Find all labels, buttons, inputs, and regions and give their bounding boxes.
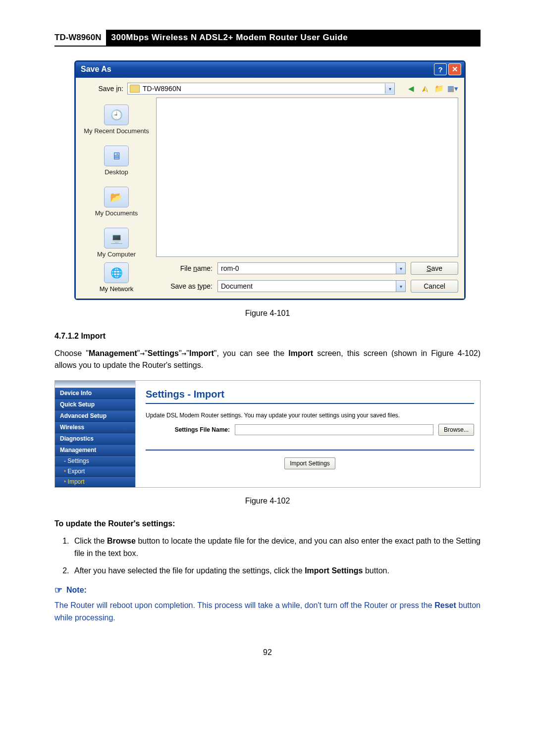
recent-icon: 🕘 bbox=[104, 104, 129, 125]
place-mydocs[interactable]: 📂 My Documents bbox=[95, 187, 138, 217]
save-in-label: Save in: bbox=[82, 85, 123, 93]
save-in-combo[interactable]: TD-W8960N ▾ bbox=[127, 83, 395, 95]
save-type-combo[interactable]: Document ▾ bbox=[217, 280, 406, 292]
router-main: Settings - Import Update DSL Modem Route… bbox=[136, 381, 480, 487]
settings-file-input[interactable] bbox=[235, 424, 433, 435]
router-heading: Settings - Import bbox=[146, 389, 474, 400]
desktop-icon: 🖥 bbox=[104, 146, 129, 166]
section-heading: 4.7.1.2 Import bbox=[54, 332, 481, 341]
pointing-hand-icon: ☞ bbox=[54, 585, 62, 596]
intro-paragraph: Choose "Management"→"Settings"→"Import",… bbox=[54, 348, 481, 371]
sidebar-item-advanced-setup[interactable]: Advanced Setup bbox=[55, 410, 135, 422]
folder-icon bbox=[130, 85, 140, 93]
router-description: Update DSL Modem Router settings. You ma… bbox=[146, 412, 474, 419]
file-name-value: rom-0 bbox=[218, 263, 396, 274]
save-type-label: Save as type: bbox=[158, 282, 213, 290]
browse-button[interactable]: Browse... bbox=[438, 424, 474, 436]
chevron-down-icon[interactable]: ▾ bbox=[396, 263, 405, 274]
place-mynetwork[interactable]: 🌐 My Network bbox=[80, 262, 153, 293]
figure-caption-2: Figure 4-102 bbox=[54, 497, 481, 505]
page-number: 92 bbox=[54, 648, 481, 657]
close-icon[interactable]: ✕ bbox=[448, 63, 461, 75]
sidebar-item-quick-setup[interactable]: Quick Setup bbox=[55, 399, 135, 410]
sidebar-item-wireless[interactable]: Wireless bbox=[55, 422, 135, 433]
place-recent[interactable]: 🕘 My Recent Documents bbox=[84, 104, 149, 135]
sidebar-item-diagnostics[interactable]: Diagnostics bbox=[55, 433, 135, 445]
save-type-value: Document bbox=[218, 281, 396, 292]
sidebar-sub-settings[interactable]: - Settings bbox=[55, 456, 135, 466]
place-recent-label: My Recent Documents bbox=[84, 127, 149, 135]
steps-list: Click the Browse button to locate the up… bbox=[54, 535, 481, 577]
figure-caption-1: Figure 4-101 bbox=[54, 309, 481, 318]
places-bar: 🕘 My Recent Documents 🖥 Desktop 📂 My Doc… bbox=[76, 98, 156, 260]
step-2: After you have selected the file for upd… bbox=[71, 565, 481, 577]
back-icon[interactable]: ◀ bbox=[406, 83, 417, 94]
file-list-area[interactable] bbox=[156, 98, 458, 257]
place-desktop[interactable]: 🖥 Desktop bbox=[104, 146, 129, 176]
computer-icon: 💻 bbox=[104, 228, 129, 249]
settings-file-label: Settings File Name: bbox=[146, 426, 230, 433]
documents-icon: 📂 bbox=[104, 187, 129, 207]
router-sidebar: Device Info Quick Setup Advanced Setup W… bbox=[55, 381, 136, 487]
chevron-down-icon[interactable]: ▾ bbox=[385, 84, 394, 94]
file-name-combo[interactable]: rom-0 ▾ bbox=[217, 262, 406, 274]
router-import-screenshot: Device Info Quick Setup Advanced Setup W… bbox=[54, 380, 481, 488]
save-button[interactable]: Save bbox=[411, 262, 458, 275]
place-mycomputer[interactable]: 💻 My Computer bbox=[97, 228, 136, 258]
network-icon: 🌐 bbox=[104, 262, 129, 283]
save-as-dialog: Save As ? ✕ Save in: TD-W8960N ▾ ◀ ⮙ 📁 ▦… bbox=[74, 60, 466, 300]
header-model: TD-W8960N bbox=[54, 30, 106, 46]
sidebar-item-device-info[interactable]: Device Info bbox=[55, 388, 135, 399]
cancel-button[interactable]: Cancel bbox=[411, 280, 458, 293]
place-mynet-label: My Network bbox=[80, 285, 153, 293]
place-mycomp-label: My Computer bbox=[97, 251, 136, 258]
save-in-value: TD-W8960N bbox=[143, 85, 385, 93]
import-settings-button[interactable]: Import Settings bbox=[284, 457, 335, 469]
sidebar-sub-export[interactable]: Export bbox=[55, 466, 135, 477]
place-mydocs-label: My Documents bbox=[95, 209, 138, 217]
place-desktop-label: Desktop bbox=[104, 168, 129, 176]
header-title: 300Mbps Wireless N ADSL2+ Modem Router U… bbox=[106, 30, 481, 46]
document-header: TD-W8960N 300Mbps Wireless N ADSL2+ Mode… bbox=[54, 30, 481, 47]
file-name-label: File name: bbox=[158, 264, 213, 272]
chevron-down-icon[interactable]: ▾ bbox=[396, 281, 405, 292]
note-body: The Router will reboot upon completion. … bbox=[54, 600, 481, 624]
views-icon[interactable]: ▦▾ bbox=[447, 83, 458, 94]
sidebar-item-management[interactable]: Management bbox=[55, 445, 135, 456]
update-heading: To update the Router's settings: bbox=[54, 519, 481, 528]
dialog-title: Save As bbox=[81, 65, 111, 74]
sidebar-sub-import[interactable]: Import bbox=[55, 477, 135, 487]
new-folder-icon[interactable]: 📁 bbox=[433, 83, 444, 94]
step-1: Click the Browse button to locate the up… bbox=[71, 535, 481, 560]
help-icon[interactable]: ? bbox=[434, 63, 447, 75]
up-icon[interactable]: ⮙ bbox=[420, 83, 430, 94]
note-heading: ☞ Note: bbox=[54, 585, 481, 596]
